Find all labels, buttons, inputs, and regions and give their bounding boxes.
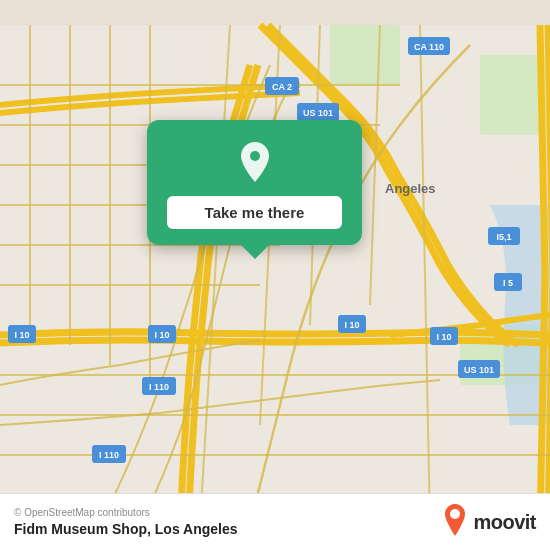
- svg-rect-2: [330, 25, 400, 85]
- map-background: CA 2 CA 110 US 101 I 10 I 10 I 10 I 110 …: [0, 0, 550, 550]
- svg-text:US 101: US 101: [464, 365, 494, 375]
- location-pin-icon: [231, 138, 279, 186]
- svg-text:I 10: I 10: [344, 320, 359, 330]
- location-label: Fidm Museum Shop, Los Angeles: [14, 521, 238, 537]
- svg-text:I 110: I 110: [99, 450, 119, 460]
- svg-point-51: [250, 151, 260, 161]
- moovit-logo: moovit: [441, 504, 536, 540]
- svg-text:CA 110: CA 110: [414, 42, 444, 52]
- svg-text:CA 2: CA 2: [272, 82, 292, 92]
- svg-text:Angeles: Angeles: [385, 181, 436, 196]
- svg-point-52: [450, 509, 460, 519]
- moovit-text-label: moovit: [473, 511, 536, 534]
- map-container: CA 2 CA 110 US 101 I 10 I 10 I 10 I 110 …: [0, 0, 550, 550]
- svg-text:I 110: I 110: [149, 382, 169, 392]
- svg-text:I 10: I 10: [154, 330, 169, 340]
- svg-text:I 10: I 10: [436, 332, 451, 342]
- bottom-bar: © OpenStreetMap contributors Fidm Museum…: [0, 493, 550, 550]
- svg-text:I5,1: I5,1: [496, 232, 511, 242]
- take-me-there-button[interactable]: Take me there: [167, 196, 342, 229]
- svg-text:US 101: US 101: [303, 108, 333, 118]
- moovit-pin-icon: [441, 504, 469, 540]
- map-attribution: © OpenStreetMap contributors: [14, 507, 238, 518]
- bottom-bar-info: © OpenStreetMap contributors Fidm Museum…: [14, 507, 238, 537]
- svg-text:I 5: I 5: [503, 278, 513, 288]
- svg-text:I 10: I 10: [14, 330, 29, 340]
- popup-card: Take me there: [147, 120, 362, 245]
